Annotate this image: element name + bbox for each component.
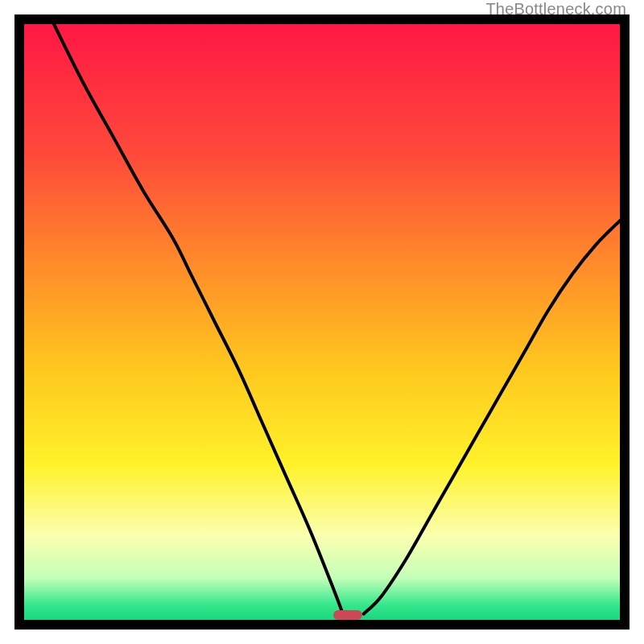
watermark-text: TheBottleneck.com: [485, 0, 626, 19]
optimal-marker: [333, 610, 362, 620]
plot-area: [24, 24, 620, 620]
bottleneck-curve: [24, 24, 620, 620]
